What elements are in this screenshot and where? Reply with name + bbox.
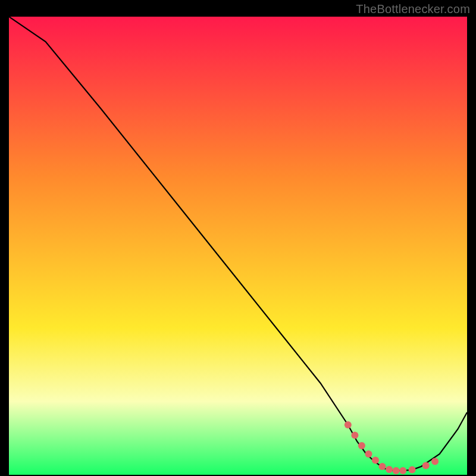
highlight-marker (372, 457, 379, 464)
highlight-marker (399, 467, 406, 474)
highlight-marker (431, 458, 439, 465)
highlight-marker (393, 467, 400, 474)
highlight-marker (365, 450, 372, 458)
highlight-marker (379, 463, 386, 470)
chart-stage: TheBottlenecker.com (0, 0, 476, 476)
attribution-link[interactable]: TheBottlenecker.com (356, 2, 470, 16)
highlight-marker (409, 466, 416, 474)
gradient-plot-area (9, 17, 467, 475)
highlight-marker (422, 462, 430, 469)
bottleneck-chart (9, 17, 467, 475)
highlight-marker (345, 421, 352, 428)
highlight-marker (351, 432, 358, 439)
highlight-marker (358, 442, 365, 449)
highlight-marker (386, 466, 393, 473)
